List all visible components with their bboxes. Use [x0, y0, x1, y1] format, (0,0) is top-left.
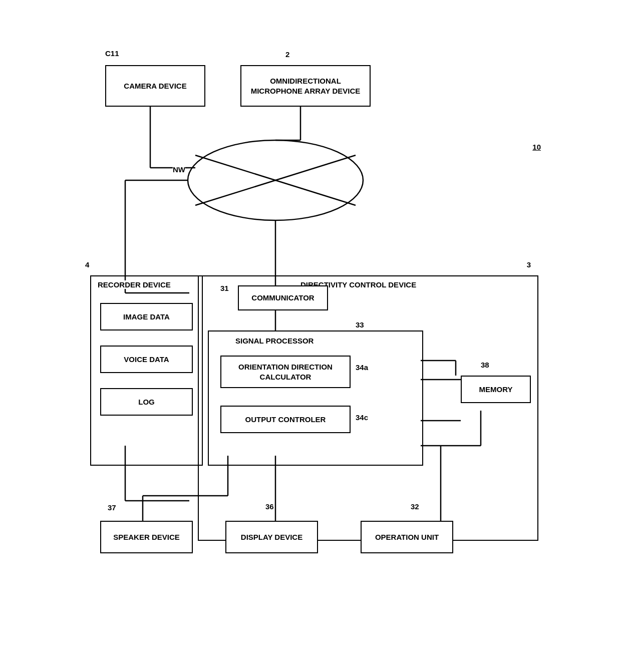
svg-line-2	[195, 155, 356, 205]
label-10: 10	[532, 143, 541, 151]
svg-point-0	[188, 140, 363, 220]
label-34c: 34c	[356, 413, 368, 422]
orientation-direction-box: ORIENTATION DIRECTION CALCULATOR	[220, 356, 351, 388]
label-nw: NW	[173, 165, 185, 174]
signal-processor-outer	[208, 330, 423, 466]
label-2: 2	[285, 50, 289, 59]
signal-processor-label: SIGNAL PROCESSOR	[235, 337, 314, 345]
label-c11: C11	[105, 49, 119, 58]
svg-line-1	[195, 155, 356, 205]
label-36: 36	[265, 502, 274, 511]
camera-device-box: CAMERA DEVICE	[105, 65, 205, 107]
display-device-box: DISPLAY DEVICE	[225, 521, 318, 553]
recorder-label: RECORDER DEVICE	[98, 280, 171, 289]
voice-data-box: VOICE DATA	[100, 346, 193, 373]
label-3: 3	[527, 260, 531, 269]
label-34a: 34a	[356, 363, 368, 372]
label-37: 37	[108, 503, 116, 512]
speaker-device-box: SPEAKER DEVICE	[100, 521, 193, 553]
operation-unit-box: OPERATION UNIT	[361, 521, 453, 553]
log-box: LOG	[100, 388, 193, 416]
label-31: 31	[220, 284, 229, 292]
image-data-box: IMAGE DATA	[100, 303, 193, 330]
output-controller-box: OUTPUT CONTROLER	[220, 406, 351, 433]
memory-box: MEMORY	[461, 376, 531, 403]
label-4: 4	[85, 260, 89, 269]
omnidirectional-mic-box: OMNIDIRECTIONAL MICROPHONE ARRAY DEVICE	[240, 65, 371, 107]
label-33: 33	[356, 320, 364, 329]
label-32: 32	[411, 502, 419, 511]
communicator-box: COMMUNICATOR	[238, 285, 328, 310]
diagram: C11 CAMERA DEVICE 2 OMNIDIRECTIONAL MICR…	[60, 20, 561, 621]
label-38: 38	[481, 361, 489, 369]
